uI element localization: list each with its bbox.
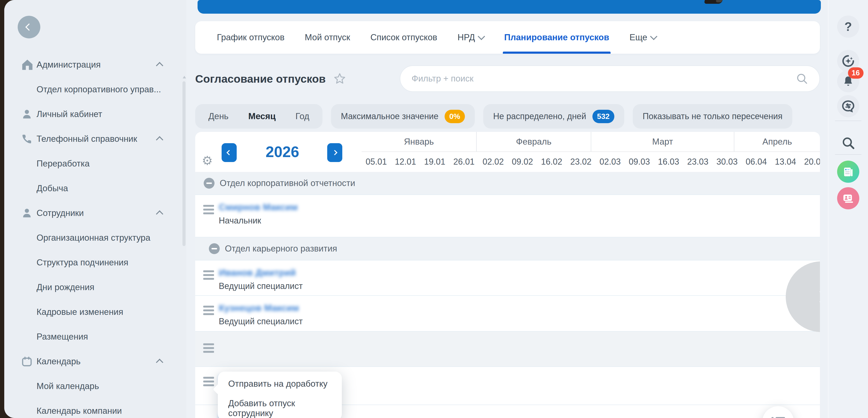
search-input[interactable]: [412, 74, 796, 83]
department-row[interactable]: Отдел корпоративной отчетности: [195, 172, 820, 195]
chat-transfer-icon: [841, 99, 855, 113]
sidebar-scrollbar[interactable]: [183, 81, 186, 246]
sidebar-item-birthdays[interactable]: Дни рождения: [4, 275, 186, 300]
messages-button[interactable]: [837, 95, 859, 117]
week-dates-row: 05.01 12.01 19.01 26.01 02.02 09.02 16.0…: [362, 152, 820, 171]
contacts-card-button[interactable]: [837, 187, 859, 209]
row-menu-icon[interactable]: [203, 377, 214, 388]
main-area: График отпусков Мой отпуск Список отпуск…: [186, 0, 828, 418]
calendar-icon: [21, 356, 33, 367]
department-row[interactable]: Отдел карьерного развития: [195, 237, 820, 260]
week-date: 05.01: [362, 157, 391, 167]
sidebar-item-dobycha[interactable]: Добыча: [4, 176, 186, 201]
menu-item-add-vacation[interactable]: Добавить отпуск сотруднику: [218, 396, 342, 418]
row-menu-icon[interactable]: [203, 343, 214, 355]
view-toggle-day[interactable]: День: [198, 111, 238, 121]
employee-position: Ведущий специалист: [219, 316, 303, 326]
search-icon[interactable]: [796, 73, 808, 85]
chip-max-value[interactable]: Максимальное значение 0%: [331, 104, 475, 129]
employee-name-link[interactable]: Иванов Дмитрий: [219, 268, 296, 278]
employee-name-link[interactable]: Смирнов Максим: [219, 202, 298, 212]
sidebar-item-hr-changes[interactable]: Кадровые изменения: [4, 300, 186, 324]
tab-vacation-schedule[interactable]: График отпусков: [217, 21, 284, 54]
tab-vacation-planning[interactable]: Планирование отпусков: [504, 21, 610, 54]
max-value-badge: 0%: [444, 110, 465, 123]
week-date: 09.03: [625, 157, 654, 167]
notifications-button[interactable]: 16: [837, 70, 859, 92]
week-date: 13.04: [771, 157, 800, 167]
chevron-down-icon: [650, 33, 657, 40]
month-april: Апрель: [734, 132, 820, 151]
right-toolbar: ? 16: [828, 0, 868, 418]
week-date: 19.01: [420, 157, 449, 167]
sparkle-circle-icon: [841, 54, 855, 68]
search-icon: [841, 136, 855, 150]
week-date: 16.02: [537, 157, 566, 167]
next-year-button[interactable]: [327, 143, 342, 162]
app-window: Администрация Отдел корпоративного управ…: [4, 0, 868, 418]
sidebar-item-personal-cabinet[interactable]: Личный кабинет: [4, 102, 186, 127]
month-february: Февраль: [476, 132, 591, 151]
collapse-minus-icon[interactable]: [204, 178, 215, 188]
chip-intersections[interactable]: Показывать не только пересечения: [633, 104, 792, 129]
employee-row-active-menu: [195, 332, 820, 367]
page-title: Согласование отпусков: [195, 72, 326, 85]
chevron-right-icon: [332, 150, 338, 155]
tab-my-vacation[interactable]: Мой отпуск: [305, 21, 350, 54]
sidebar-nav: Администрация Отдел корпоративного управ…: [4, 52, 186, 418]
filter-search-box: [400, 66, 820, 92]
employee-name-link[interactable]: Кузнецов Максим: [219, 303, 299, 313]
month-march: Март: [591, 132, 734, 151]
sidebar-item-phone-directory[interactable]: Телефонный справочник: [4, 127, 186, 151]
week-date: 02.03: [595, 157, 625, 167]
row-menu-icon[interactable]: [203, 306, 214, 317]
favorite-star-icon[interactable]: [334, 73, 346, 84]
chip-undistributed-days[interactable]: Не распределено, дней 532: [483, 104, 624, 129]
chevron-down-icon: [477, 33, 485, 40]
sidebar-item-my-calendar[interactable]: Мой календарь: [4, 374, 186, 398]
tab-more[interactable]: Еще: [629, 21, 656, 54]
week-date: 09.02: [508, 157, 537, 167]
row-context-menu: Отправить на доработку Добавить отпуск с…: [218, 372, 342, 418]
prev-year-button[interactable]: [222, 143, 237, 162]
sidebar-item-placements[interactable]: Размещения: [4, 324, 186, 349]
row-menu-icon[interactable]: [203, 205, 214, 216]
sidebar-item-org-structure[interactable]: Организационная структура: [4, 225, 186, 250]
view-toggle-month[interactable]: Месяц: [238, 111, 285, 121]
tab-nrd[interactable]: НРД: [458, 21, 484, 54]
menu-item-send-for-rework[interactable]: Отправить на доработку: [218, 372, 342, 396]
employee-row: Кузнецов Максим Ведущий специалист: [195, 296, 820, 332]
banner-art-decoration: [704, 0, 722, 4]
tabs-bar: График отпусков Мой отпуск Список отпуск…: [195, 21, 820, 54]
toolbar-divider: [835, 154, 861, 155]
week-date: 12.01: [391, 157, 420, 167]
sidebar: Администрация Отдел корпоративного управ…: [4, 0, 186, 418]
week-date: 06.04: [742, 157, 771, 167]
months-row: Январь Февраль Март Апрель: [362, 132, 820, 152]
row-menu-icon[interactable]: [203, 270, 214, 282]
help-button[interactable]: ?: [837, 15, 859, 38]
view-toggle-year[interactable]: Год: [285, 111, 319, 121]
sidebar-item-corp-management-dept[interactable]: Отдел корпоративного управ...: [4, 77, 186, 102]
sidebar-item-calendar[interactable]: Календарь: [4, 349, 186, 374]
collapse-minus-icon[interactable]: [209, 243, 220, 254]
scrollbar-up-arrow[interactable]: [183, 76, 186, 78]
table-body: Отдел корпоративной отчетности Смирнов М…: [195, 172, 820, 418]
news-feed-button[interactable]: [837, 161, 859, 183]
sidebar-item-subordination-structure[interactable]: Структура подчинения: [4, 250, 186, 275]
global-search-button[interactable]: [837, 132, 859, 154]
page-header: Согласование отпусков: [195, 63, 820, 94]
employee-position: Начальник: [219, 216, 261, 225]
chevron-up-icon: [157, 62, 162, 68]
sidebar-item-pererabotka[interactable]: Переработка: [4, 151, 186, 176]
home-icon: [21, 59, 33, 70]
sidebar-item-administration[interactable]: Администрация: [4, 52, 186, 77]
tab-vacation-list[interactable]: Список отпусков: [370, 21, 437, 54]
table-header: ⚙ 2026 Январь Февраль Март Апрель 05.01 …: [195, 132, 820, 172]
chevron-right-icon: [814, 290, 820, 304]
sidebar-item-employees[interactable]: Сотрудники: [4, 201, 186, 225]
gear-icon[interactable]: ⚙: [202, 153, 213, 168]
sidebar-collapse-button[interactable]: [18, 16, 40, 38]
calendar-header: Январь Февраль Март Апрель 05.01 12.01 1…: [362, 132, 820, 172]
sidebar-item-company-calendar[interactable]: Календарь компании: [4, 398, 186, 418]
